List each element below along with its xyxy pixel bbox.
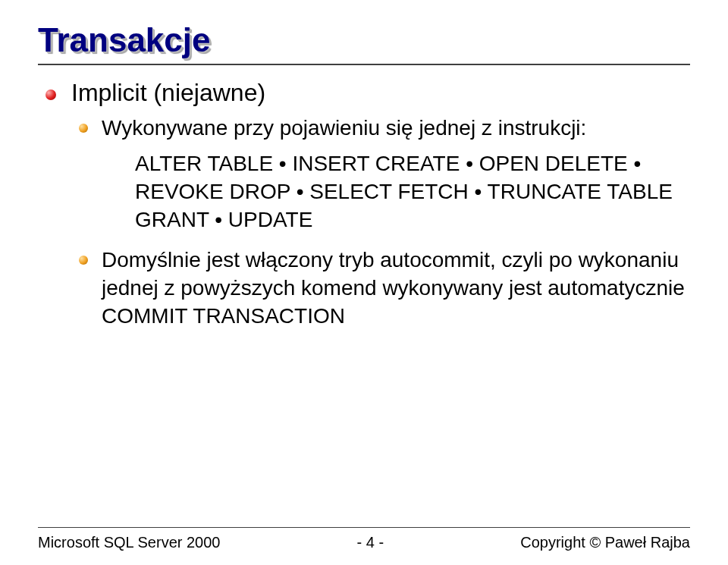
bullet-level-2: Domyślnie jest włączony tryb autocommit,…	[79, 246, 690, 331]
bullet-level-1: Implicit (niejawne)	[46, 79, 690, 107]
bullet-text: Domyślnie jest włączony tryb autocommit,…	[102, 246, 690, 331]
title-underline	[38, 64, 690, 65]
footer-copyright: Copyright © Paweł Rajba	[520, 534, 690, 551]
slide-footer: Microsoft SQL Server 2000 - 4 - Copyrigh…	[0, 527, 728, 551]
bullet-text: ALTER TABLE • INSERT CREATE • OPEN DELET…	[135, 152, 673, 231]
bullet-level-2: Wykonywane przy pojawieniu się jednej z …	[79, 115, 690, 143]
disc-bullet-icon	[79, 256, 88, 265]
slide: Transakcje Implicit (niejawne) Wykonywan…	[0, 0, 728, 565]
footer-divider	[38, 527, 690, 528]
footer-page-number: - 4 -	[220, 534, 520, 551]
footer-row: Microsoft SQL Server 2000 - 4 - Copyrigh…	[38, 534, 690, 551]
bullet-level-3: ALTER TABLE • INSERT CREATE • OPEN DELET…	[135, 150, 690, 234]
slide-content: Implicit (niejawne) Wykonywane przy poja…	[38, 79, 690, 331]
disc-bullet-icon	[46, 89, 56, 100]
bullet-text: Implicit (niejawne)	[71, 79, 265, 107]
footer-left-text: Microsoft SQL Server 2000	[38, 534, 220, 551]
bullet-text: Wykonywane przy pojawieniu się jednej z …	[102, 115, 586, 143]
disc-bullet-icon	[79, 124, 88, 133]
slide-title: Transakcje	[38, 21, 690, 59]
